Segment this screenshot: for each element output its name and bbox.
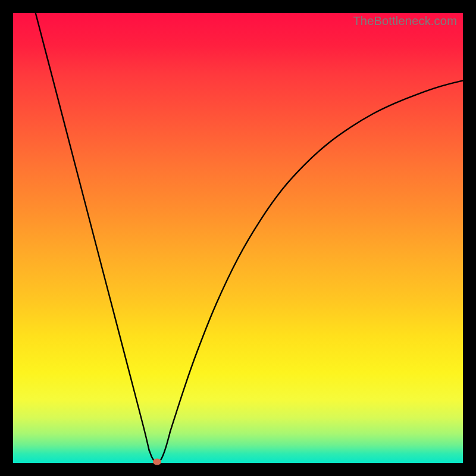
- plot-area: TheBottleneck.com: [13, 13, 463, 463]
- watermark-text: TheBottleneck.com: [353, 14, 457, 28]
- bottleneck-curve: [13, 13, 463, 463]
- minimum-marker: [153, 459, 161, 465]
- chart-frame: TheBottleneck.com: [0, 0, 476, 476]
- curve-path: [36, 13, 463, 463]
